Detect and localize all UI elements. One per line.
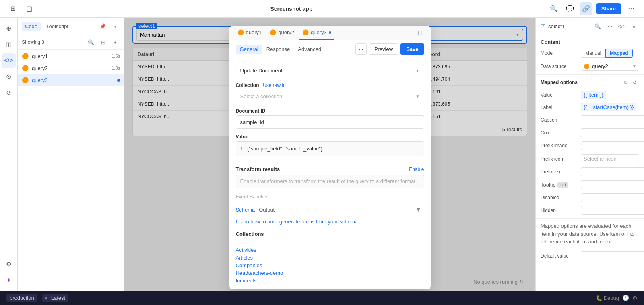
tooltip-input[interactable]	[581, 180, 644, 189]
tab-query3-label: query3	[311, 29, 327, 35]
component-name: select1	[548, 23, 590, 29]
default-value-label: Default value	[541, 253, 581, 259]
value-code-tag[interactable]: {{ item }}	[581, 91, 606, 99]
grid-icon[interactable]: ⊞	[6, 2, 19, 15]
mode-manual-button[interactable]: Manual	[581, 49, 605, 58]
collections-item-articles[interactable]: Articles	[236, 254, 424, 262]
nav-tab-advanced[interactable]: Advanced	[294, 45, 325, 54]
collections-item-headteachers[interactable]: Headteachers-demo	[236, 269, 424, 277]
env-badge[interactable]: production	[6, 294, 37, 302]
query3-icon: 🟠	[22, 77, 29, 83]
messages-icon[interactable]: 💬	[564, 2, 576, 15]
rp-code-icon[interactable]: </>	[617, 21, 627, 31]
tab-query3-dot	[329, 31, 331, 34]
label-prop-label: Label	[541, 105, 581, 110]
schema-tab[interactable]: Schema	[236, 207, 255, 213]
label-code-tag[interactable]: {{ _.startCase(item) }}	[581, 103, 636, 111]
settings-icon-bottom[interactable]: ⚙	[632, 295, 638, 301]
sidebar-icon-explore[interactable]: ⊙	[2, 69, 16, 84]
filter-icon[interactable]: ⊟	[98, 37, 108, 47]
event-handlers-label: Event Handlers	[236, 194, 269, 200]
datasource-name: query2	[592, 63, 630, 69]
document-id-input[interactable]	[236, 115, 424, 129]
sidebar-icon-history[interactable]: ↺	[2, 85, 16, 100]
save-button[interactable]: Save	[400, 43, 424, 55]
tab-query2-label: query2	[278, 29, 294, 35]
link-icon[interactable]: 🔗	[580, 2, 592, 15]
schema-link[interactable]: Learn how to auto-generate forms from yo…	[236, 218, 358, 225]
sidebar-icon-settings[interactable]: ⚙	[2, 257, 16, 271]
nav-tab-response[interactable]: Response	[262, 45, 294, 54]
clock-icon-bottom[interactable]: 🕐	[622, 295, 629, 301]
disabled-label: Disabled	[541, 195, 581, 200]
more-options-button[interactable]: ···	[355, 43, 367, 55]
version-badge[interactable]: 🏷 Latest	[42, 294, 68, 302]
sidebar-icon-layout[interactable]: ◫	[2, 37, 16, 52]
query1-time: 1.5s	[111, 54, 120, 58]
collapse-panel-icon[interactable]: »	[109, 21, 120, 31]
sidebar-icon-code[interactable]: </>	[2, 53, 16, 68]
pin-icon[interactable]: 📌	[97, 21, 108, 31]
hidden-input[interactable]	[581, 206, 644, 215]
query2-time: 1.8s	[111, 66, 120, 70]
disabled-input[interactable]	[581, 193, 644, 202]
tab-code[interactable]: Code	[22, 22, 41, 31]
sidebar-icon-plus[interactable]: ⊕	[2, 21, 16, 35]
datasource-label: Data source	[541, 64, 581, 69]
debug-button[interactable]: 🐛 Debug	[596, 295, 619, 301]
query3-dot	[117, 79, 120, 82]
modal-collapse-button[interactable]: ⊟	[415, 27, 426, 39]
share-button[interactable]: Share	[596, 3, 621, 14]
tooltip-label: Tooltip ⌥+	[541, 182, 581, 188]
query-item-1[interactable]: 🟠 query1 1.5s	[18, 50, 124, 62]
collections-item-activities[interactable]: Activities	[236, 246, 424, 254]
output-tab[interactable]: Output	[259, 207, 275, 213]
collections-item-companies[interactable]: Companies	[236, 262, 424, 269]
color-input[interactable]	[581, 128, 644, 137]
color-label: Color	[541, 130, 581, 136]
copy-icon[interactable]: ⧉	[621, 78, 630, 87]
modal-tab-query2[interactable]: 🟠 query2	[266, 26, 297, 40]
prefix-text-input[interactable]	[581, 167, 644, 176]
collection-arrow: ▼	[416, 94, 420, 99]
caption-input[interactable]	[581, 115, 644, 124]
query-item-3[interactable]: 🟠 query3	[18, 74, 124, 86]
query2-icon: 🟠	[22, 65, 29, 71]
use-raw-id-link[interactable]: Use raw id	[263, 82, 286, 88]
modal-tab-query3[interactable]: 🟠 query3	[299, 26, 334, 40]
tab-toolscript[interactable]: Toolscript	[43, 22, 72, 31]
rp-expand-icon[interactable]: »	[629, 21, 639, 31]
value-editor[interactable]: 1 {"sample_field": "sample_value"}	[236, 141, 424, 156]
add-query-icon[interactable]: +	[110, 37, 120, 47]
datasource-select[interactable]: 🟠 query2 ▼	[581, 62, 639, 71]
mode-mapped-button[interactable]: Mapped	[605, 49, 632, 58]
sidebar-icon-star[interactable]: ✦	[2, 273, 16, 287]
datasource-icon: 🟠	[584, 64, 590, 69]
default-value-input[interactable]	[581, 251, 644, 260]
action-type-arrow: ▼	[416, 68, 420, 73]
query-item-2[interactable]: 🟠 query2 1.8s	[18, 62, 124, 74]
collections-item-incidents[interactable]: Incidents	[236, 277, 424, 284]
select-icon-dropdown[interactable]: Select an icon	[581, 154, 639, 163]
action-type-dropdown[interactable]: Update Document ▼	[236, 64, 424, 77]
collection-dropdown[interactable]: Select a collection ▼	[236, 90, 424, 103]
modal-tab-query1[interactable]: 🟠 query1	[234, 26, 265, 40]
reset-icon[interactable]: ↺	[630, 78, 639, 87]
tooltip-badge: ⌥+	[557, 182, 569, 188]
search-queries-icon[interactable]: 🔍	[86, 37, 96, 47]
prefix-image-label: Prefix image	[541, 143, 581, 148]
search-icon[interactable]: 🔍	[547, 2, 560, 15]
prefix-image-input[interactable]	[581, 141, 644, 150]
prefix-icon-label: Prefix icon	[541, 156, 581, 162]
rp-more-icon[interactable]: ⋯	[605, 21, 615, 31]
hidden-label: Hidden	[541, 208, 581, 213]
nav-tab-general[interactable]: General	[236, 45, 262, 54]
rp-search-icon[interactable]: 🔍	[592, 21, 603, 31]
schema-toggle[interactable]: ▼	[413, 204, 424, 215]
modal-dialog: 🟠 query1 🟠 query2 🟠 query3 ⊟	[229, 26, 431, 289]
preview-button[interactable]: Preview	[369, 43, 398, 55]
mapped-options-label: Mapped options	[541, 80, 621, 85]
enable-link[interactable]: Enable	[409, 167, 424, 172]
layout-icon[interactable]: ◫	[23, 2, 35, 15]
more-icon[interactable]: ⋯	[625, 2, 638, 15]
